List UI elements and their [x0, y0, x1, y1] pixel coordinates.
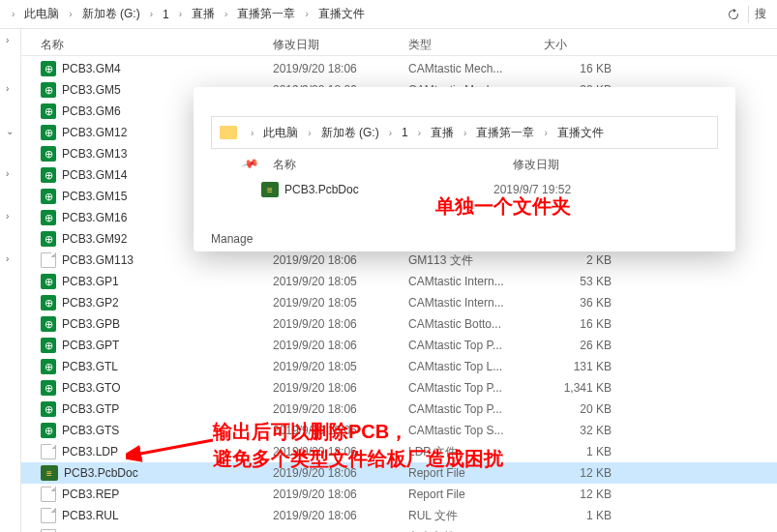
- file-row[interactable]: PCB3.GP12019/9/20 18:05CAMtastic Intern.…: [21, 271, 777, 292]
- column-headers[interactable]: 名称 修改日期 类型 大小: [21, 29, 777, 56]
- file-type: CAMtastic Intern...: [408, 296, 544, 310]
- file-row[interactable]: PCB3.GPB2019/9/20 18:06CAMtastic Botto..…: [21, 313, 777, 335]
- file-size: 1 KB: [544, 509, 621, 522]
- file-icon: [41, 487, 56, 502]
- file-size: 16 KB: [544, 317, 621, 331]
- file-type: 文本文档: [408, 529, 544, 533]
- crumb-folder-4[interactable]: 直播文件: [553, 123, 608, 143]
- file-size: 20 KB: [544, 402, 621, 416]
- camtastic-icon: [41, 231, 56, 247]
- file-row[interactable]: PCB3.GM1132019/9/20 18:06GM113 文件2 KB: [21, 250, 777, 271]
- file-name: PCB3.GP2: [62, 296, 119, 310]
- file-name: PCB3.GM4: [62, 62, 121, 75]
- chevron-right-icon: ›: [179, 9, 182, 19]
- camtastic-icon: [41, 295, 56, 310]
- file-name: PCB3.GM16: [62, 211, 127, 224]
- file-name: PCB3.GTP: [62, 402, 119, 416]
- file-icon: [41, 508, 56, 523]
- chevron-right-icon: ›: [544, 128, 547, 138]
- chevron-down-icon[interactable]: ⌄: [6, 126, 14, 136]
- crumb-drive[interactable]: 新加卷 (G:): [317, 123, 383, 143]
- file-row[interactable]: PCB3.GM42019/9/20 18:06CAMtastic Mech...…: [21, 58, 777, 79]
- column-size[interactable]: 大小: [544, 37, 621, 53]
- file-row[interactable]: PCB3.REP2019/9/20 18:06Report File12 KB: [21, 484, 777, 505]
- crumb-folder-1[interactable]: 1: [398, 124, 412, 141]
- file-size: 131 KB: [544, 360, 621, 373]
- camtastic-icon: [41, 359, 56, 374]
- camtastic-icon: [41, 146, 56, 162]
- file-row[interactable]: PCB3.GP22019/9/20 18:05CAMtastic Intern.…: [21, 292, 777, 313]
- popup-column-date[interactable]: 修改日期: [513, 157, 559, 173]
- pcb-icon: [261, 182, 279, 197]
- file-row[interactable]: PCB3.GTO2019/9/20 18:06CAMtastic Top P..…: [21, 377, 777, 399]
- file-name: PCB3.GM5: [62, 83, 121, 97]
- chevron-right-icon[interactable]: ›: [6, 211, 9, 222]
- column-type[interactable]: 类型: [408, 37, 544, 53]
- file-type: Report File: [408, 488, 544, 501]
- file-name: PCB3.PcbDoc: [64, 466, 138, 480]
- file-row[interactable]: PCB3.RUL2019/9/20 18:06RUL 文件1 KB: [21, 505, 777, 526]
- file-row[interactable]: PCB3.GPT2019/9/20 18:06CAMtastic Top P..…: [21, 335, 777, 356]
- chevron-right-icon: ›: [463, 128, 466, 138]
- file-date: 2019/9/20 18:05: [273, 296, 408, 310]
- file-size: 1,341 KB: [544, 381, 621, 395]
- file-name: PCB3.GP1: [62, 275, 119, 288]
- file-date: 2019/9/20 18:06: [273, 339, 408, 352]
- file-icon: [41, 252, 56, 268]
- crumb-this-pc[interactable]: 此电脑: [259, 123, 302, 143]
- search-icon[interactable]: 搜: [748, 6, 771, 23]
- refresh-icon[interactable]: [725, 6, 742, 23]
- chevron-right-icon[interactable]: ›: [6, 35, 9, 45]
- crumb-drive[interactable]: 新加卷 (G:): [78, 4, 144, 24]
- crumb-folder-3[interactable]: 直播第一章: [472, 123, 538, 143]
- column-name[interactable]: 名称: [21, 37, 273, 53]
- chevron-right-icon: ›: [69, 9, 72, 19]
- file-name: PCB3.GPB: [62, 317, 120, 331]
- chevron-right-icon: ›: [251, 128, 254, 138]
- file-name: PCB3.GM14: [62, 168, 127, 182]
- chevron-right-icon[interactable]: ›: [6, 83, 9, 94]
- camtastic-icon: [41, 125, 56, 140]
- file-date: 2019/9/20 18:06: [273, 253, 408, 267]
- chevron-right-icon[interactable]: ›: [6, 168, 9, 179]
- chevron-right-icon: ›: [224, 9, 227, 19]
- crumb-folder-4[interactable]: 直播文件: [314, 4, 369, 24]
- camtastic-icon: [41, 103, 56, 119]
- file-date: 2019/9/20 18:06: [273, 317, 408, 331]
- file-name: PCB3.GTO: [62, 381, 120, 395]
- chevron-right-icon: ›: [418, 128, 421, 138]
- file-type: CAMtastic Top L...: [408, 360, 544, 373]
- crumb-folder-3[interactable]: 直播第一章: [233, 4, 299, 24]
- popup-column-name[interactable]: 名称: [261, 157, 513, 173]
- popup-window: › 此电脑 › 新加卷 (G:) › 1 › 直播 › 直播第一章 › 直播文件…: [194, 87, 735, 251]
- crumb-folder-2[interactable]: 直播: [188, 4, 219, 24]
- folder-icon: [220, 126, 237, 139]
- crumb-this-pc[interactable]: 此电脑: [20, 4, 63, 24]
- file-type: CAMtastic Top P...: [408, 339, 544, 352]
- file-row[interactable]: PCB3.TXT2019/9/20 18:06文本文档11 KB: [21, 526, 777, 532]
- file-size: 26 KB: [544, 339, 621, 352]
- file-name: PCB3.GTS: [62, 424, 119, 437]
- crumb-folder-2[interactable]: 直播: [427, 123, 458, 143]
- crumb-folder-1[interactable]: 1: [159, 6, 173, 23]
- camtastic-icon: [41, 380, 56, 396]
- file-size: 2 KB: [544, 253, 621, 267]
- chevron-right-icon[interactable]: ›: [6, 253, 9, 264]
- popup-breadcrumb[interactable]: › 此电脑 › 新加卷 (G:) › 1 › 直播 › 直播第一章 › 直播文件: [211, 116, 718, 149]
- file-name: PCB3.GM92: [62, 232, 127, 246]
- pin-icon[interactable]: 📌: [239, 155, 259, 176]
- file-size: 12 KB: [544, 466, 621, 480]
- camtastic-icon: [41, 82, 56, 98]
- pcb-icon: [41, 465, 58, 481]
- chevron-right-icon: ›: [12, 9, 15, 19]
- popup-manage-label: Manage: [211, 232, 253, 246]
- camtastic-icon: [41, 189, 56, 204]
- file-row[interactable]: PCB3.GTP2019/9/20 18:06CAMtastic Top P..…: [21, 399, 777, 420]
- file-size: 1 KB: [544, 445, 621, 458]
- annotation-single-folder: 单独一个文件夹: [435, 193, 571, 220]
- file-row[interactable]: PCB3.GTL2019/9/20 18:05CAMtastic Top L..…: [21, 356, 777, 377]
- column-date[interactable]: 修改日期: [273, 37, 408, 53]
- nav-tree[interactable]: › › ⌄ › › ›: [0, 29, 21, 532]
- file-date: 2019/9/20 18:06: [273, 488, 408, 501]
- breadcrumb[interactable]: › 此电脑 › 新加卷 (G:) › 1 › 直播 › 直播第一章 › 直播文件…: [0, 0, 777, 29]
